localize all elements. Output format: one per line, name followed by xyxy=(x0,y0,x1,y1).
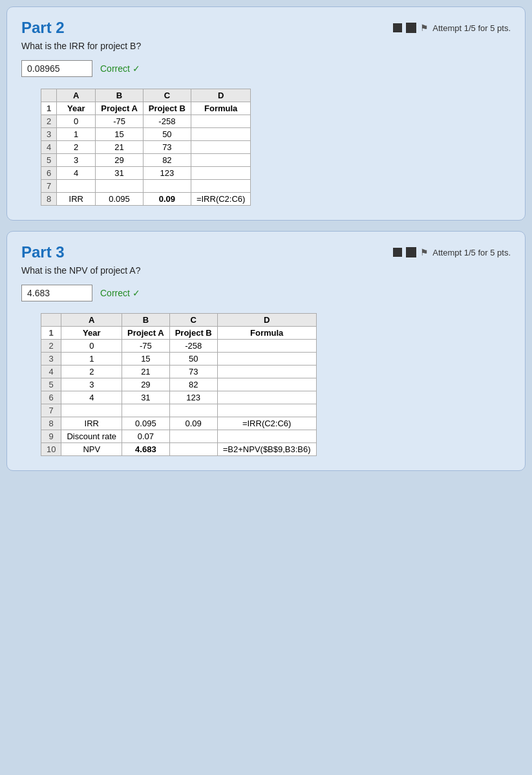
cell-10d: =B2+NPV($B$9,B3:B6) xyxy=(217,443,316,456)
row-num: 4 xyxy=(41,366,61,378)
cell-6a: 4 xyxy=(57,167,96,180)
table-row: 1 Year Project A Project B Formula xyxy=(41,327,317,340)
cell-1b: Project A xyxy=(96,102,144,115)
cell-5a: 3 xyxy=(61,378,122,391)
part2-attempt-text: Attempt 1/5 for 5 pts. xyxy=(432,23,511,33)
cell-1d: Formula xyxy=(217,327,316,340)
row-num: 10 xyxy=(41,443,61,456)
col-header-c: C xyxy=(143,89,191,102)
cell-3a: 1 xyxy=(57,128,96,141)
col-header-d: D xyxy=(191,89,251,102)
col-header-a: A xyxy=(61,314,122,327)
row-num: 3 xyxy=(41,128,57,141)
save-icon xyxy=(406,247,416,257)
cell-3c: 50 xyxy=(169,353,217,366)
part3-attempt-info: ⚑ Attempt 1/5 for 5 pts. xyxy=(393,247,511,257)
cell-5c: 82 xyxy=(169,378,217,391)
part2-spreadsheet-wrapper: A B C D 1 Year Project A Project B Formu… xyxy=(41,89,511,206)
part3-answer-input[interactable] xyxy=(21,285,92,301)
cell-2b: -75 xyxy=(96,115,144,128)
cell-8d: =IRR(C2:C6) xyxy=(217,417,316,430)
row-num: 1 xyxy=(41,102,57,115)
row-num: 5 xyxy=(41,378,61,391)
col-header-row: A B C D xyxy=(41,314,317,327)
part3-card: Part 3 ⚑ Attempt 1/5 for 5 pts. What is … xyxy=(6,231,526,471)
cell-2a: 0 xyxy=(57,115,96,128)
flag-icon: ⚑ xyxy=(420,23,429,33)
table-row: 8 IRR 0.095 0.09 =IRR(C2:C6) xyxy=(41,417,317,430)
video-icon xyxy=(393,23,402,32)
flag-icon: ⚑ xyxy=(420,247,429,257)
cell-1a: Year xyxy=(57,102,96,115)
cell-5a: 3 xyxy=(57,154,96,167)
cell-6c: 123 xyxy=(169,391,217,404)
cell-8b: 0.095 xyxy=(96,193,144,206)
cell-8a: IRR xyxy=(57,193,96,206)
row-num: 7 xyxy=(41,404,61,417)
cell-6d xyxy=(217,391,316,404)
part2-question: What is the IRR for project B? xyxy=(21,41,511,51)
table-row: 5 3 29 82 xyxy=(41,154,251,167)
col-header-c: C xyxy=(169,314,217,327)
cell-1c: Project B xyxy=(143,102,191,115)
cell-6d xyxy=(191,167,251,180)
cell-3b: 15 xyxy=(96,128,144,141)
part3-attempt-text: Attempt 1/5 for 5 pts. xyxy=(432,248,511,257)
table-row: 6 4 31 123 xyxy=(41,167,251,180)
table-row: 3 1 15 50 xyxy=(41,353,317,366)
row-num: 8 xyxy=(41,193,57,206)
table-row: 7 xyxy=(41,180,251,193)
row-num: 7 xyxy=(41,180,57,193)
cell-9c xyxy=(169,430,217,443)
cell-9d xyxy=(217,430,316,443)
part3-spreadsheet: A B C D 1 Year Project A Project B Formu… xyxy=(41,313,317,456)
cell-7b xyxy=(122,404,170,417)
cell-5b: 29 xyxy=(96,154,144,167)
row-num: 5 xyxy=(41,154,57,167)
cell-1b: Project A xyxy=(122,327,170,340)
part2-attempt-info: ⚑ Attempt 1/5 for 5 pts. xyxy=(393,23,511,33)
part2-title: Part 2 xyxy=(21,19,65,37)
row-num: 3 xyxy=(41,353,61,366)
col-header-empty xyxy=(41,314,61,327)
cell-7d xyxy=(191,180,251,193)
row-num: 2 xyxy=(41,340,61,353)
cell-8d: =IRR(C2:C6) xyxy=(191,193,251,206)
table-row: 7 xyxy=(41,404,317,417)
col-header-b: B xyxy=(96,89,144,102)
table-row: 3 1 15 50 xyxy=(41,128,251,141)
table-row: 1 Year Project A Project B Formula xyxy=(41,102,251,115)
cell-10b: 4.683 xyxy=(122,443,170,456)
row-num: 6 xyxy=(41,167,57,180)
cell-1a: Year xyxy=(61,327,122,340)
cell-5b: 29 xyxy=(122,378,170,391)
cell-4c: 73 xyxy=(169,366,217,378)
part2-answer-input[interactable] xyxy=(21,60,92,77)
cell-1d: Formula xyxy=(191,102,251,115)
row-num: 1 xyxy=(41,327,61,340)
col-header-a: A xyxy=(57,89,96,102)
part3-correct-label: Correct ✓ xyxy=(100,288,140,298)
table-row: 4 2 21 73 xyxy=(41,141,251,154)
cell-5c: 82 xyxy=(143,154,191,167)
cell-8c: 0.09 xyxy=(169,417,217,430)
cell-8a: IRR xyxy=(61,417,122,430)
cell-6b: 31 xyxy=(96,167,144,180)
cell-7b xyxy=(96,180,144,193)
cell-6c: 123 xyxy=(143,167,191,180)
table-row: 9 Discount rate 0.07 xyxy=(41,430,317,443)
cell-9a: Discount rate xyxy=(61,430,122,443)
row-num: 6 xyxy=(41,391,61,404)
cell-7c xyxy=(169,404,217,417)
cell-5d xyxy=(191,154,251,167)
cell-4d xyxy=(191,141,251,154)
col-header-empty xyxy=(41,89,57,102)
cell-9b: 0.07 xyxy=(122,430,170,443)
cell-4d xyxy=(217,366,316,378)
part3-question: What is the NPV of project A? xyxy=(21,265,511,276)
table-row: 2 0 -75 -258 xyxy=(41,340,317,353)
table-row: 4 2 21 73 xyxy=(41,366,317,378)
cell-5d xyxy=(217,378,316,391)
video-icon xyxy=(393,248,402,257)
part3-answer-row: Correct ✓ xyxy=(21,285,511,301)
